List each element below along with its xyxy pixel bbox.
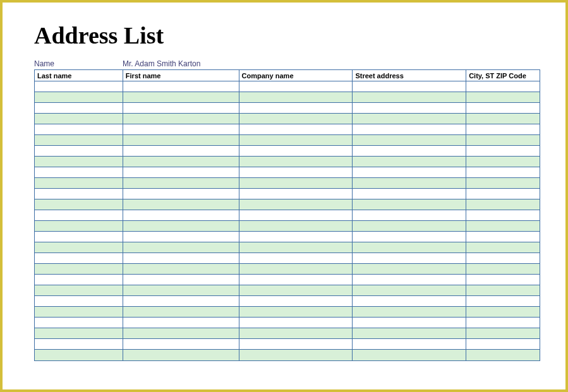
table-row[interactable] [35, 146, 540, 157]
table-cell[interactable] [353, 178, 466, 188]
table-cell[interactable] [353, 157, 466, 167]
table-row[interactable] [35, 350, 540, 360]
table-cell[interactable] [35, 350, 123, 360]
table-row[interactable] [35, 81, 540, 92]
table-cell[interactable] [123, 275, 239, 285]
table-row[interactable] [35, 328, 540, 339]
table-cell[interactable] [466, 275, 540, 285]
table-cell[interactable] [466, 199, 540, 210]
table-cell[interactable] [353, 318, 466, 328]
table-cell[interactable] [35, 167, 123, 177]
table-cell[interactable] [35, 285, 123, 295]
table-cell[interactable] [123, 81, 239, 92]
table-cell[interactable] [466, 92, 540, 102]
table-cell[interactable] [123, 199, 239, 210]
table-cell[interactable] [123, 350, 239, 360]
table-cell[interactable] [466, 114, 540, 124]
table-cell[interactable] [123, 210, 239, 220]
table-cell[interactable] [353, 296, 466, 306]
table-cell[interactable] [239, 339, 353, 349]
table-cell[interactable] [353, 285, 466, 295]
table-cell[interactable] [239, 92, 353, 102]
table-cell[interactable] [239, 232, 353, 242]
table-cell[interactable] [239, 242, 353, 252]
table-cell[interactable] [35, 124, 123, 134]
table-cell[interactable] [239, 253, 353, 263]
table-cell[interactable] [353, 199, 466, 210]
table-cell[interactable] [466, 124, 540, 134]
table-row[interactable] [35, 318, 540, 328]
table-cell[interactable] [239, 221, 353, 231]
table-row[interactable] [35, 296, 540, 307]
table-cell[interactable] [123, 103, 239, 113]
table-cell[interactable] [239, 167, 353, 177]
table-cell[interactable] [466, 135, 540, 145]
table-cell[interactable] [466, 318, 540, 328]
table-cell[interactable] [123, 285, 239, 295]
table-cell[interactable] [466, 296, 540, 306]
table-cell[interactable] [466, 210, 540, 220]
table-cell[interactable] [466, 264, 540, 274]
table-cell[interactable] [466, 189, 540, 199]
table-cell[interactable] [353, 81, 466, 92]
table-row[interactable] [35, 339, 540, 350]
table-cell[interactable] [466, 350, 540, 360]
table-cell[interactable] [35, 242, 123, 252]
table-cell[interactable] [239, 264, 353, 274]
table-cell[interactable] [123, 124, 239, 134]
table-cell[interactable] [123, 114, 239, 124]
table-cell[interactable] [466, 167, 540, 177]
table-cell[interactable] [466, 307, 540, 317]
table-cell[interactable] [35, 81, 123, 92]
table-cell[interactable] [353, 221, 466, 231]
table-cell[interactable] [353, 210, 466, 220]
table-cell[interactable] [123, 318, 239, 328]
table-row[interactable] [35, 124, 540, 135]
table-cell[interactable] [239, 296, 353, 306]
table-cell[interactable] [239, 318, 353, 328]
table-cell[interactable] [239, 307, 353, 317]
table-cell[interactable] [466, 328, 540, 338]
table-cell[interactable] [353, 253, 466, 263]
table-cell[interactable] [353, 135, 466, 145]
table-cell[interactable] [466, 81, 540, 92]
table-cell[interactable] [123, 157, 239, 167]
table-cell[interactable] [353, 103, 466, 113]
table-cell[interactable] [353, 92, 466, 102]
table-cell[interactable] [466, 242, 540, 252]
table-row[interactable] [35, 114, 540, 124]
table-cell[interactable] [123, 253, 239, 263]
table-cell[interactable] [123, 264, 239, 274]
table-cell[interactable] [239, 275, 353, 285]
table-cell[interactable] [239, 81, 353, 92]
table-cell[interactable] [35, 210, 123, 220]
table-cell[interactable] [239, 199, 353, 210]
table-cell[interactable] [353, 307, 466, 317]
table-row[interactable] [35, 221, 540, 232]
table-cell[interactable] [35, 146, 123, 156]
table-row[interactable] [35, 232, 540, 242]
table-cell[interactable] [466, 103, 540, 113]
table-row[interactable] [35, 189, 540, 199]
table-cell[interactable] [239, 157, 353, 167]
table-cell[interactable] [353, 124, 466, 134]
table-cell[interactable] [353, 242, 466, 252]
table-cell[interactable] [123, 328, 239, 338]
table-cell[interactable] [353, 339, 466, 349]
table-cell[interactable] [123, 135, 239, 145]
table-cell[interactable] [123, 146, 239, 156]
table-cell[interactable] [35, 339, 123, 349]
table-cell[interactable] [466, 146, 540, 156]
table-row[interactable] [35, 178, 540, 189]
table-cell[interactable] [239, 114, 353, 124]
table-cell[interactable] [123, 296, 239, 306]
table-row[interactable] [35, 275, 540, 285]
table-cell[interactable] [239, 124, 353, 134]
table-row[interactable] [35, 264, 540, 275]
table-cell[interactable] [35, 328, 123, 338]
table-cell[interactable] [466, 178, 540, 188]
table-cell[interactable] [353, 146, 466, 156]
table-cell[interactable] [123, 307, 239, 317]
table-cell[interactable] [239, 210, 353, 220]
table-cell[interactable] [466, 232, 540, 242]
